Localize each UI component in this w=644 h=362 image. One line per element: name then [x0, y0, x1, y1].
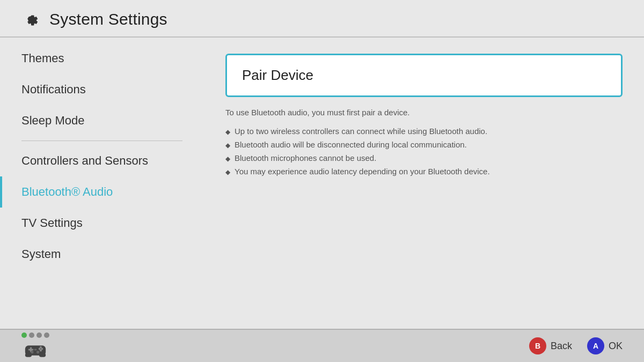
list-item: ◆ Up to two wireless controllers can con… — [225, 127, 623, 136]
sidebar: Themes Notifications Sleep Mode Controll… — [0, 38, 204, 329]
svg-point-6 — [41, 348, 43, 350]
footer-right: B Back A OK — [529, 337, 623, 354]
svg-rect-2 — [39, 353, 46, 357]
list-item: ◆ Bluetooth audio will be disconnected d… — [225, 140, 623, 149]
svg-point-9 — [31, 351, 33, 353]
dot-gray-3 — [44, 333, 49, 338]
list-item: ◆ You may experience audio latency depen… — [225, 167, 623, 176]
pair-device-title: Pair Device — [242, 67, 606, 84]
pair-device-box[interactable]: Pair Device — [225, 54, 623, 97]
sidebar-item-controllers-sensors[interactable]: Controllers and Sensors — [0, 145, 204, 176]
svg-rect-11 — [34, 349, 37, 350]
sidebar-item-themes[interactable]: Themes — [0, 43, 204, 74]
list-item: ◆ Bluetooth microphones cannot be used. — [225, 153, 623, 162]
ok-button[interactable]: A OK — [587, 337, 623, 354]
controller-dots — [21, 333, 49, 338]
description-text: To use Bluetooth audio, you must first p… — [225, 108, 623, 117]
right-panel: Pair Device To use Bluetooth audio, you … — [204, 38, 644, 329]
bullet-icon: ◆ — [225, 128, 230, 136]
b-button-circle: B — [529, 337, 546, 354]
footer-left — [21, 333, 49, 359]
a-button-circle: A — [587, 337, 604, 354]
page-title: System Settings — [49, 10, 167, 28]
sidebar-item-notifications[interactable]: Notifications — [0, 74, 204, 105]
back-label: Back — [551, 341, 572, 352]
back-button[interactable]: B Back — [529, 337, 572, 354]
sidebar-item-sleep-mode[interactable]: Sleep Mode — [0, 105, 204, 136]
footer: B Back A OK — [0, 329, 644, 362]
dot-gray-1 — [29, 333, 34, 338]
svg-point-8 — [40, 350, 42, 352]
svg-rect-1 — [25, 353, 32, 357]
ok-label: OK — [609, 341, 623, 352]
controller-icon — [23, 340, 48, 359]
svg-point-7 — [40, 346, 42, 348]
sidebar-item-system[interactable]: System — [0, 239, 204, 270]
sidebar-item-tv-settings[interactable]: TV Settings — [0, 208, 204, 239]
bullet-list: ◆ Up to two wireless controllers can con… — [225, 127, 623, 176]
sidebar-divider — [21, 141, 182, 141]
dot-green — [21, 333, 27, 338]
svg-point-10 — [36, 351, 39, 353]
main-content: Themes Notifications Sleep Mode Controll… — [0, 38, 644, 329]
dot-gray-2 — [36, 333, 42, 338]
sidebar-item-bluetooth-audio[interactable]: Bluetooth® Audio — [0, 176, 204, 208]
bullet-icon: ◆ — [225, 155, 230, 162]
bullet-icon: ◆ — [225, 168, 230, 176]
bullet-icon: ◆ — [225, 142, 230, 149]
header: System Settings — [0, 0, 644, 36]
gear-icon — [21, 10, 41, 29]
svg-point-5 — [39, 348, 41, 350]
